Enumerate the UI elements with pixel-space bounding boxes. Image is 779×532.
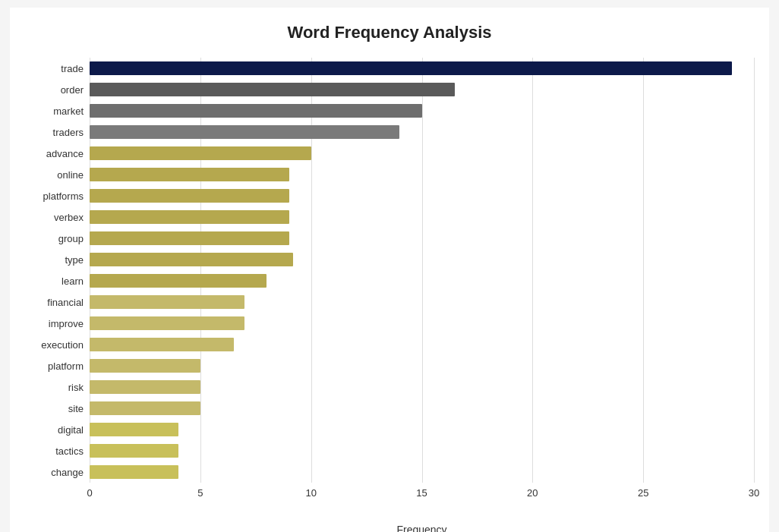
bar [90, 210, 289, 224]
y-label: market [53, 100, 84, 121]
x-axis: 051015202530 [90, 487, 754, 502]
bar [90, 231, 289, 245]
bar-row [90, 206, 754, 228]
bar [90, 61, 732, 75]
y-labels: tradeordermarkettradersadvanceonlineplat… [25, 58, 90, 483]
bar-row [90, 58, 754, 79]
bar [90, 444, 178, 458]
y-label: digital [58, 419, 84, 440]
bar [90, 423, 178, 436]
grid-line [754, 58, 755, 483]
y-label: order [61, 79, 84, 100]
bar-row [90, 334, 754, 355]
y-label: traders [53, 121, 84, 143]
bar [90, 146, 311, 160]
y-label: trade [61, 58, 84, 79]
bar [90, 380, 200, 394]
x-tick: 5 [197, 487, 203, 499]
y-label: financial [47, 291, 84, 313]
bar [90, 253, 293, 266]
bar-row [90, 164, 754, 185]
y-label: advance [46, 143, 84, 164]
bar-row [90, 355, 754, 376]
bar [90, 295, 244, 309]
bar-row [90, 461, 754, 483]
chart-title: Word Frequency Analysis [25, 23, 754, 42]
bar-row [90, 249, 754, 270]
bar [90, 104, 422, 118]
y-label: platform [48, 355, 84, 376]
y-label: type [65, 249, 84, 270]
bar-row [90, 270, 754, 291]
chart-area: tradeordermarkettradersadvanceonlineplat… [25, 58, 754, 483]
y-label: verbex [54, 206, 84, 228]
x-tick: 30 [749, 487, 759, 499]
bar [90, 125, 399, 139]
x-tick: 0 [87, 487, 92, 499]
y-label: online [57, 164, 84, 185]
bar-row [90, 398, 754, 419]
bar-row [90, 79, 754, 100]
bar [90, 465, 178, 479]
bar-row [90, 440, 754, 461]
chart-container: Word Frequency Analysis tradeordermarket… [10, 8, 769, 532]
x-tick: 10 [305, 487, 316, 499]
bar-row [90, 143, 754, 164]
y-label: group [58, 228, 84, 249]
bar [90, 359, 200, 373]
x-axis-label: Frequency [90, 524, 754, 532]
x-tick: 15 [416, 487, 427, 499]
bar-row [90, 291, 754, 313]
bar-row [90, 313, 754, 334]
y-label: improve [49, 313, 84, 334]
bar-row [90, 228, 754, 249]
bar-row [90, 121, 754, 143]
bar [90, 401, 200, 415]
bar [90, 168, 289, 181]
bar-row [90, 419, 754, 440]
y-label: execution [41, 334, 84, 355]
bar [90, 83, 455, 96]
y-label: site [68, 398, 84, 419]
bar [90, 274, 266, 288]
y-label: tactics [55, 440, 84, 461]
bar-row [90, 100, 754, 121]
x-tick: 20 [527, 487, 538, 499]
y-label: risk [68, 376, 84, 398]
bar [90, 316, 244, 330]
bar-row [90, 376, 754, 398]
bar-row [90, 185, 754, 206]
y-label: platforms [43, 185, 84, 206]
y-label: change [51, 461, 84, 483]
y-label: learn [62, 270, 84, 291]
bars-and-grid [90, 58, 754, 483]
x-tick: 25 [638, 487, 648, 499]
bar [90, 189, 289, 203]
bar [90, 338, 234, 351]
